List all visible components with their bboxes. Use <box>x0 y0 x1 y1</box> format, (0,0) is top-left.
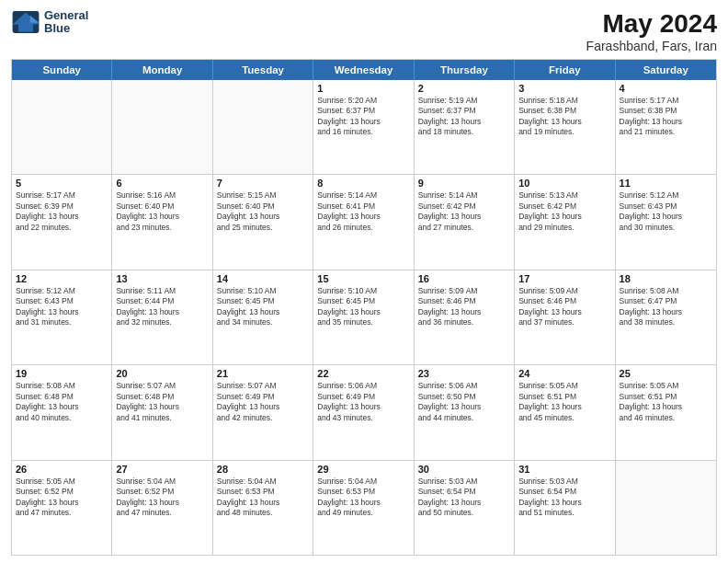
day-number: 9 <box>418 178 510 189</box>
day-info: Sunrise: 5:04 AM Sunset: 6:52 PM Dayligh… <box>116 477 208 519</box>
day-number: 15 <box>317 273 409 284</box>
logo-text: General Blue <box>44 9 88 36</box>
day-cell-3: 3Sunrise: 5:18 AM Sunset: 6:38 PM Daylig… <box>515 80 615 174</box>
header: General Blue May 2024 Farashband, Fars, … <box>11 9 717 53</box>
day-number: 17 <box>518 273 610 284</box>
calendar-row-1: 5Sunrise: 5:17 AM Sunset: 6:39 PM Daylig… <box>12 174 716 269</box>
logo-line1: General <box>44 9 88 22</box>
day-number: 27 <box>116 464 208 475</box>
day-number: 21 <box>217 368 309 379</box>
day-cell-11: 11Sunrise: 5:12 AM Sunset: 6:43 PM Dayli… <box>616 175 716 269</box>
header-thursday: Thursday <box>415 60 515 80</box>
day-number: 18 <box>620 273 712 284</box>
header-wednesday: Wednesday <box>313 60 414 80</box>
calendar-header: Sunday Monday Tuesday Wednesday Thursday… <box>12 60 716 80</box>
day-number: 14 <box>217 273 309 284</box>
day-cell-25: 25Sunrise: 5:05 AM Sunset: 6:51 PM Dayli… <box>616 365 716 459</box>
day-info: Sunrise: 5:18 AM Sunset: 6:38 PM Dayligh… <box>518 96 610 138</box>
day-cell-1: 1Sunrise: 5:20 AM Sunset: 6:37 PM Daylig… <box>313 80 414 174</box>
day-cell-31: 31Sunrise: 5:03 AM Sunset: 6:54 PM Dayli… <box>515 461 615 555</box>
logo-icon <box>11 9 40 35</box>
day-number: 30 <box>418 464 510 475</box>
day-cell-8: 8Sunrise: 5:14 AM Sunset: 6:41 PM Daylig… <box>313 175 414 269</box>
day-info: Sunrise: 5:04 AM Sunset: 6:53 PM Dayligh… <box>217 477 309 519</box>
empty-cell <box>616 461 716 555</box>
day-info: Sunrise: 5:19 AM Sunset: 6:37 PM Dayligh… <box>418 96 510 138</box>
day-number: 16 <box>418 273 510 284</box>
day-cell-18: 18Sunrise: 5:08 AM Sunset: 6:47 PM Dayli… <box>616 270 716 364</box>
day-cell-29: 29Sunrise: 5:04 AM Sunset: 6:53 PM Dayli… <box>313 461 414 555</box>
calendar-body: 1Sunrise: 5:20 AM Sunset: 6:37 PM Daylig… <box>12 80 716 555</box>
day-number: 20 <box>116 368 208 379</box>
empty-cell <box>12 80 112 174</box>
day-cell-26: 26Sunrise: 5:05 AM Sunset: 6:52 PM Dayli… <box>12 461 112 555</box>
day-cell-7: 7Sunrise: 5:15 AM Sunset: 6:40 PM Daylig… <box>213 175 313 269</box>
day-cell-27: 27Sunrise: 5:04 AM Sunset: 6:52 PM Dayli… <box>112 461 212 555</box>
day-info: Sunrise: 5:20 AM Sunset: 6:37 PM Dayligh… <box>317 96 409 138</box>
calendar-row-0: 1Sunrise: 5:20 AM Sunset: 6:37 PM Daylig… <box>12 80 716 174</box>
day-number: 26 <box>16 464 108 475</box>
day-cell-12: 12Sunrise: 5:12 AM Sunset: 6:43 PM Dayli… <box>12 270 112 364</box>
day-cell-24: 24Sunrise: 5:05 AM Sunset: 6:51 PM Dayli… <box>515 365 615 459</box>
day-cell-23: 23Sunrise: 5:06 AM Sunset: 6:50 PM Dayli… <box>415 365 515 459</box>
day-cell-16: 16Sunrise: 5:09 AM Sunset: 6:46 PM Dayli… <box>415 270 515 364</box>
day-number: 19 <box>16 368 108 379</box>
day-number: 28 <box>217 464 309 475</box>
day-number: 6 <box>116 178 208 189</box>
day-cell-15: 15Sunrise: 5:10 AM Sunset: 6:45 PM Dayli… <box>313 270 414 364</box>
empty-cell <box>112 80 212 174</box>
day-info: Sunrise: 5:04 AM Sunset: 6:53 PM Dayligh… <box>317 477 409 519</box>
location: Farashband, Fars, Iran <box>586 39 717 53</box>
calendar-row-2: 12Sunrise: 5:12 AM Sunset: 6:43 PM Dayli… <box>12 270 716 364</box>
day-info: Sunrise: 5:07 AM Sunset: 6:48 PM Dayligh… <box>116 381 208 423</box>
day-number: 24 <box>518 368 610 379</box>
day-info: Sunrise: 5:09 AM Sunset: 6:46 PM Dayligh… <box>518 286 610 328</box>
calendar: Sunday Monday Tuesday Wednesday Thursday… <box>11 59 717 556</box>
day-info: Sunrise: 5:05 AM Sunset: 6:51 PM Dayligh… <box>620 381 712 423</box>
day-number: 22 <box>317 368 409 379</box>
day-number: 5 <box>16 178 108 189</box>
day-cell-9: 9Sunrise: 5:14 AM Sunset: 6:42 PM Daylig… <box>415 175 515 269</box>
day-info: Sunrise: 5:03 AM Sunset: 6:54 PM Dayligh… <box>518 477 610 519</box>
day-number: 23 <box>418 368 510 379</box>
day-number: 7 <box>217 178 309 189</box>
day-cell-13: 13Sunrise: 5:11 AM Sunset: 6:44 PM Dayli… <box>112 270 212 364</box>
day-cell-30: 30Sunrise: 5:03 AM Sunset: 6:54 PM Dayli… <box>415 461 515 555</box>
day-number: 13 <box>116 273 208 284</box>
day-cell-21: 21Sunrise: 5:07 AM Sunset: 6:49 PM Dayli… <box>213 365 313 459</box>
header-saturday: Saturday <box>616 60 716 80</box>
day-info: Sunrise: 5:06 AM Sunset: 6:49 PM Dayligh… <box>317 381 409 423</box>
day-info: Sunrise: 5:13 AM Sunset: 6:42 PM Dayligh… <box>518 190 610 233</box>
header-friday: Friday <box>515 60 615 80</box>
day-cell-20: 20Sunrise: 5:07 AM Sunset: 6:48 PM Dayli… <box>112 365 212 459</box>
header-monday: Monday <box>112 60 212 80</box>
day-info: Sunrise: 5:12 AM Sunset: 6:43 PM Dayligh… <box>620 190 712 233</box>
day-cell-14: 14Sunrise: 5:10 AM Sunset: 6:45 PM Dayli… <box>213 270 313 364</box>
day-cell-2: 2Sunrise: 5:19 AM Sunset: 6:37 PM Daylig… <box>415 80 515 174</box>
day-number: 4 <box>620 83 712 94</box>
day-cell-22: 22Sunrise: 5:06 AM Sunset: 6:49 PM Dayli… <box>313 365 414 459</box>
day-number: 2 <box>418 83 510 94</box>
day-number: 25 <box>620 368 712 379</box>
logo: General Blue <box>11 9 88 36</box>
day-info: Sunrise: 5:11 AM Sunset: 6:44 PM Dayligh… <box>116 286 208 328</box>
day-info: Sunrise: 5:14 AM Sunset: 6:42 PM Dayligh… <box>418 190 510 233</box>
day-info: Sunrise: 5:05 AM Sunset: 6:51 PM Dayligh… <box>518 381 610 423</box>
day-cell-19: 19Sunrise: 5:08 AM Sunset: 6:48 PM Dayli… <box>12 365 112 459</box>
day-info: Sunrise: 5:14 AM Sunset: 6:41 PM Dayligh… <box>317 190 409 233</box>
day-cell-28: 28Sunrise: 5:04 AM Sunset: 6:53 PM Dayli… <box>213 461 313 555</box>
day-cell-10: 10Sunrise: 5:13 AM Sunset: 6:42 PM Dayli… <box>515 175 615 269</box>
day-info: Sunrise: 5:08 AM Sunset: 6:47 PM Dayligh… <box>620 286 712 328</box>
month-year: May 2024 <box>586 9 717 39</box>
day-cell-6: 6Sunrise: 5:16 AM Sunset: 6:40 PM Daylig… <box>112 175 212 269</box>
day-info: Sunrise: 5:12 AM Sunset: 6:43 PM Dayligh… <box>16 286 108 328</box>
day-info: Sunrise: 5:05 AM Sunset: 6:52 PM Dayligh… <box>16 477 108 519</box>
header-sunday: Sunday <box>12 60 112 80</box>
day-info: Sunrise: 5:16 AM Sunset: 6:40 PM Dayligh… <box>116 190 208 233</box>
day-cell-17: 17Sunrise: 5:09 AM Sunset: 6:46 PM Dayli… <box>515 270 615 364</box>
day-number: 8 <box>317 178 409 189</box>
day-info: Sunrise: 5:17 AM Sunset: 6:38 PM Dayligh… <box>620 96 712 138</box>
day-info: Sunrise: 5:09 AM Sunset: 6:46 PM Dayligh… <box>418 286 510 328</box>
day-info: Sunrise: 5:10 AM Sunset: 6:45 PM Dayligh… <box>217 286 309 328</box>
day-info: Sunrise: 5:17 AM Sunset: 6:39 PM Dayligh… <box>16 190 108 233</box>
